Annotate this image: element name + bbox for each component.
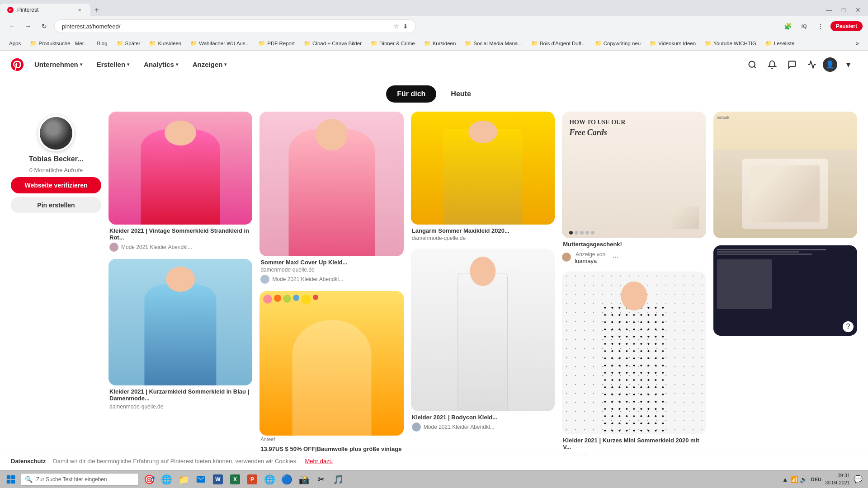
active-tab[interactable]: P Pinterest ✕	[0, 4, 90, 16]
taskbar-item-word[interactable]: W	[210, 471, 226, 488]
taskbar-item-excel[interactable]: X	[227, 471, 243, 488]
nav-erstellen[interactable]: Erstellen ▾	[91, 57, 135, 72]
nav-anzeigen[interactable]: Anzeigen ▾	[187, 57, 232, 72]
pin-item[interactable]: Langarm Sommer Maxikleid 2020... damenmo…	[411, 112, 555, 241]
forward-button[interactable]: →	[22, 20, 34, 33]
pin-image	[108, 259, 252, 385]
notification-tray-icon[interactable]: 💬	[854, 475, 863, 483]
system-tray-icons: ▲ 📶 🔊	[782, 476, 807, 483]
chevron-down-icon: ▾	[127, 62, 129, 67]
bookmark-produktsuche[interactable]: 📁 Produktsuche - Mer...	[26, 39, 91, 47]
taskbar-item-powerpoint[interactable]: P	[244, 471, 260, 488]
pin-figure	[562, 272, 706, 434]
activity-button[interactable]	[803, 56, 821, 74]
bookmark-wahlfaecher[interactable]: 📁 Wahlfächer WU Aus...	[187, 39, 253, 47]
tab-heute[interactable]: Heute	[440, 85, 481, 103]
profile-section: Tobias Becker... 0 Monatliche Aufrufe We…	[11, 115, 101, 213]
url-bar[interactable]: pinterest.at/homefeed/ ☆ ⬇	[54, 19, 416, 33]
create-pin-button[interactable]: Pin erstellen	[11, 197, 101, 213]
folder-icon: 📁	[705, 40, 712, 47]
bookmark-bois[interactable]: 📁 Bois d'Argent Duft...	[528, 39, 590, 47]
bookmark-label: Cload + Canva Bilder	[312, 41, 362, 46]
bookmark-social[interactable]: 📁 Social Media Mana...	[461, 39, 525, 47]
nav-unternehmen-label: Unternehmen	[34, 61, 78, 68]
maximize-button[interactable]: □	[837, 4, 850, 16]
svg-rect-2	[11, 475, 15, 479]
sponsored-pin-title: Muttertagsgeschenk!	[562, 241, 706, 248]
pin-figure	[259, 112, 403, 256]
nav-unternehmen[interactable]: Unternehmen ▾	[29, 57, 88, 72]
sponsored-pin-item[interactable]: HOW TO USE OUR Free Cards Muttertagsgesc…	[562, 112, 706, 264]
bookmark-spaeter[interactable]: 📁 Später	[113, 39, 144, 47]
bookmark-apps[interactable]: Apps	[5, 40, 24, 47]
left-sidebar: Tobias Becker... 0 Monatliche Aufrufe We…	[11, 112, 101, 459]
taskbar-item-explorer[interactable]: 🌐	[158, 471, 175, 488]
taskbar-item-mail[interactable]	[193, 471, 209, 488]
tab-fuer-dich[interactable]: Für dich	[386, 85, 436, 103]
profile-button[interactable]: Pausiert	[830, 21, 863, 31]
back-button[interactable]: ←	[5, 20, 18, 33]
show-desktop-icon[interactable]: ▲	[782, 476, 788, 483]
tab-bar: P Pinterest ✕ + — □ ✕	[0, 0, 868, 16]
bookmark-leseliste[interactable]: 📁 Leseliste	[762, 39, 798, 47]
volume-icon[interactable]: 🔊	[800, 476, 807, 483]
taskbar-item-snip[interactable]: ✂	[313, 471, 329, 488]
privacy-left-label: Datenschutz	[11, 458, 46, 465]
pin-item[interactable]: Kleider 2021 | Bodycon Kleid... Mode 202…	[411, 249, 555, 432]
bookmark-videokurs[interactable]: 📁 Videokurs Ideen	[646, 39, 699, 47]
pin-item[interactable]: Kleider 2021 | Kurzarmkleid Sommerkleid …	[108, 259, 252, 410]
pin-item[interactable]: ?	[713, 245, 857, 336]
pin-image: vatsak	[713, 112, 857, 238]
taskbar-item-spotify[interactable]: 🎵	[330, 471, 346, 488]
search-button[interactable]	[743, 56, 761, 74]
user-avatar[interactable]: 👤	[823, 57, 837, 72]
bookmark-copywriting[interactable]: 📁 Copywriting neu	[591, 39, 644, 47]
pinterest-logo[interactable]	[11, 58, 24, 71]
iq-button[interactable]: IQ	[798, 20, 811, 33]
bookmark-pdf[interactable]: 📁 PDF Report	[255, 39, 298, 47]
pin-item[interactable]: Kleider 2021 | Kurzes Mini Sommerkleid 2…	[562, 272, 706, 458]
taskbar-item-cortana[interactable]: 🎯	[141, 471, 157, 488]
extensions-button[interactable]: 🧩	[782, 20, 794, 33]
pin-item[interactable]: Sommer Maxi Cover Up Kleid... damenmode-…	[259, 112, 403, 284]
bookmarks-more-button[interactable]: »	[852, 39, 863, 47]
close-window-button[interactable]: ✕	[852, 4, 864, 16]
privacy-more-link[interactable]: Mehr dazu	[305, 458, 333, 465]
bookmark-label: Kursideen	[158, 41, 181, 46]
bookmark-dinner[interactable]: 📁 Dinner & Crime	[367, 39, 419, 47]
pin-item[interactable]: Kleider 2021 | Vintage Sommerkleid Stran…	[108, 112, 252, 252]
pinterest-header: Unternehmen ▾ Erstellen ▾ Analytics ▾ An…	[0, 51, 868, 78]
bookmark-canva[interactable]: 📁 Cload + Canva Bilder	[300, 39, 365, 47]
new-tab-button[interactable]: +	[90, 4, 103, 16]
messages-button[interactable]	[783, 56, 801, 74]
network-icon[interactable]: 📶	[790, 476, 798, 483]
bookmark-icon[interactable]: ☆	[393, 23, 399, 30]
bookmark-kursideen1[interactable]: 📁 Kursideen	[146, 39, 185, 47]
pin-item[interactable]: Anteef 13.97US $ 50% OFF|Baumwolle plus …	[259, 291, 403, 459]
minimize-button[interactable]: —	[823, 4, 835, 16]
taskbar-search-bar[interactable]: 🔍 Zur Suche Text hier eingeben	[21, 473, 138, 486]
chrome-menu-button[interactable]: ⋮	[814, 20, 827, 33]
main-content: Tobias Becker... 0 Monatliche Aufrufe We…	[0, 112, 868, 459]
refresh-button[interactable]: ↻	[38, 20, 51, 33]
taskbar-item-folder[interactable]: 📁	[175, 471, 192, 488]
favicon-letter: P	[9, 8, 11, 12]
more-options-button[interactable]: ···	[610, 252, 621, 263]
bookmark-kursideen2[interactable]: 📁 Kursideen	[420, 39, 460, 47]
taskbar-item-files[interactable]: 📸	[296, 471, 312, 488]
profile-avatar[interactable]	[38, 115, 74, 151]
pin-item[interactable]: vatsak	[713, 112, 857, 238]
tab-close-button[interactable]: ✕	[76, 6, 83, 14]
start-button[interactable]	[2, 471, 20, 488]
nav-analytics[interactable]: Analytics ▾	[138, 57, 184, 72]
download-icon[interactable]: ⬇	[403, 23, 408, 30]
time-display: 09:31	[825, 472, 850, 479]
bookmark-blog[interactable]: Blog	[94, 40, 111, 47]
verify-website-button[interactable]: Webseite verifizieren	[11, 177, 101, 193]
bookmark-youtube[interactable]: 📁 Youtube WICHTIG	[701, 39, 760, 47]
taskbar-item-chrome[interactable]: 🌐	[261, 471, 278, 488]
notifications-button[interactable]	[763, 56, 781, 74]
pin-image	[562, 272, 706, 434]
taskbar-item-edge[interactable]: 🔵	[278, 471, 295, 488]
account-chevron[interactable]: ▾	[839, 56, 857, 74]
